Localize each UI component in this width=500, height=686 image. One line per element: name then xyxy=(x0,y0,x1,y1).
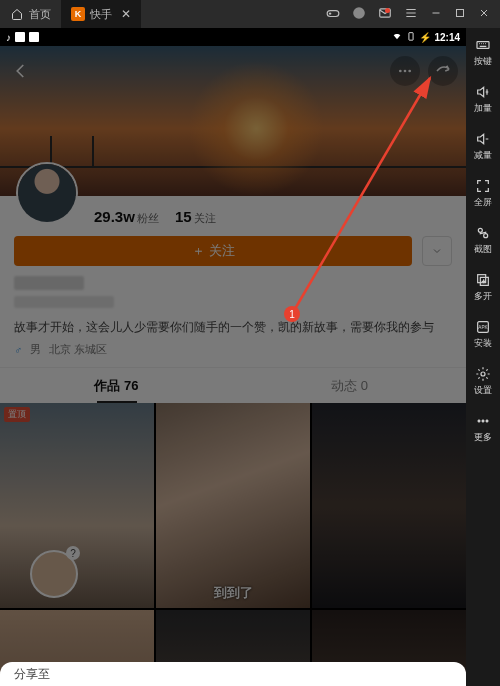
home-icon xyxy=(10,7,24,21)
gamepad-icon[interactable] xyxy=(326,6,340,22)
svg-point-17 xyxy=(482,420,484,422)
video-thumb[interactable]: 置顶 xyxy=(0,403,154,608)
window-close-icon[interactable] xyxy=(478,7,490,21)
title-bar: 首页 K 快手 ✕ xyxy=(0,0,500,28)
pin-badge: 置顶 xyxy=(4,407,30,422)
expand-button[interactable] xyxy=(422,236,452,266)
follow-button[interactable]: ＋ 关注 xyxy=(14,236,412,266)
svg-rect-9 xyxy=(477,42,489,49)
user-icon[interactable] xyxy=(352,6,366,22)
sidebar-keyboard[interactable]: 按键 xyxy=(466,34,500,71)
sidebar-more[interactable]: 更多 xyxy=(466,410,500,447)
tab-kuaishou[interactable]: K 快手 ✕ xyxy=(61,0,141,28)
app-mini-icon-2 xyxy=(29,32,39,42)
mail-icon[interactable] xyxy=(378,6,392,22)
app-mini-icon-1 xyxy=(15,32,25,42)
svg-point-11 xyxy=(484,234,488,238)
tab-home-label: 首页 xyxy=(29,7,51,22)
sidebar-screenshot[interactable]: 截图 xyxy=(466,222,500,259)
sidebar-install[interactable]: APK 安装 xyxy=(466,316,500,353)
svg-point-16 xyxy=(478,420,480,422)
svg-text:APK: APK xyxy=(478,325,488,330)
location-label: 北京 东城区 xyxy=(49,342,107,357)
video-grid: 置顶 到到了 xyxy=(0,403,466,686)
annotation-step-badge: 1 xyxy=(284,306,300,322)
meta-row: ♂ 男 北京 东城区 xyxy=(14,342,452,357)
gender-label: 男 xyxy=(30,342,41,357)
sidebar-fullscreen[interactable]: 全屏 xyxy=(466,175,500,212)
svg-point-5 xyxy=(399,70,402,73)
tab-moments[interactable]: 动态 0 xyxy=(233,368,466,403)
sidebar-multi-open[interactable]: 多开 xyxy=(466,269,500,306)
sticker-child-icon xyxy=(30,550,78,598)
sidebar-settings[interactable]: 设置 xyxy=(466,363,500,400)
sheet-title: 分享至 xyxy=(14,667,50,681)
svg-point-18 xyxy=(486,420,488,422)
window-controls xyxy=(326,0,500,28)
more-icon[interactable] xyxy=(390,56,420,86)
fans-stat[interactable]: 29.3w粉丝 xyxy=(94,208,159,226)
avatar[interactable] xyxy=(16,162,78,224)
svg-point-10 xyxy=(478,228,482,232)
follow-stat[interactable]: 15关注 xyxy=(175,208,216,226)
gender-icon: ♂ xyxy=(14,344,22,356)
phone-viewport: ♪ ⚡ 12:14 xyxy=(0,28,466,686)
charging-icon: ⚡ xyxy=(419,32,431,43)
tiktok-mini-icon: ♪ xyxy=(6,32,11,43)
emulator-sidebar: 按键 加量 减量 全屏 截图 多开 APK 安装 设置 xyxy=(466,28,500,686)
back-icon[interactable] xyxy=(6,56,36,86)
profile-page: 29.3w粉丝 15关注 ＋ 关注 故事才开始，这会儿人少需要你们随手的一个赞，… xyxy=(0,46,466,686)
tab-home[interactable]: 首页 xyxy=(0,0,61,28)
svg-point-15 xyxy=(481,372,485,376)
video-thumb[interactable]: 到到了 xyxy=(156,403,310,608)
svg-point-6 xyxy=(404,70,407,73)
username-blurred xyxy=(14,276,84,290)
maximize-icon[interactable] xyxy=(454,7,466,21)
tab-close-icon[interactable]: ✕ xyxy=(121,7,131,21)
battery-icon xyxy=(406,30,416,44)
clock: 12:14 xyxy=(434,32,460,43)
svg-rect-0 xyxy=(327,11,339,17)
menu-icon[interactable] xyxy=(404,6,418,22)
share-icon[interactable] xyxy=(428,56,458,86)
profile-card: 29.3w粉丝 15关注 ＋ 关注 故事才开始，这会儿人少需要你们随手的一个赞，… xyxy=(0,196,466,367)
wifi-icon xyxy=(391,31,403,43)
tab-kuaishou-label: 快手 xyxy=(90,7,112,22)
tab-works[interactable]: 作品 76 xyxy=(0,368,233,403)
profile-tabs: 作品 76 动态 0 xyxy=(0,367,466,403)
userid-blurred xyxy=(14,296,114,308)
svg-rect-3 xyxy=(457,10,464,17)
svg-point-7 xyxy=(408,70,411,73)
sidebar-volume-up[interactable]: 加量 xyxy=(466,81,500,118)
svg-point-1 xyxy=(353,7,365,19)
minimize-icon[interactable] xyxy=(430,7,442,21)
share-sheet[interactable]: 分享至 xyxy=(0,662,466,686)
svg-rect-4 xyxy=(409,33,413,41)
status-bar: ♪ ⚡ 12:14 xyxy=(0,28,466,46)
sidebar-volume-down[interactable]: 减量 xyxy=(466,128,500,165)
video-caption: 到到了 xyxy=(156,584,310,602)
stats-row: 29.3w粉丝 15关注 xyxy=(94,208,452,226)
bio: 故事才开始，这会儿人少需要你们随手的一个赞，凯的新故事，需要你我的参与 xyxy=(14,318,452,336)
kuaishou-icon: K xyxy=(71,7,85,21)
video-thumb[interactable] xyxy=(312,403,466,608)
